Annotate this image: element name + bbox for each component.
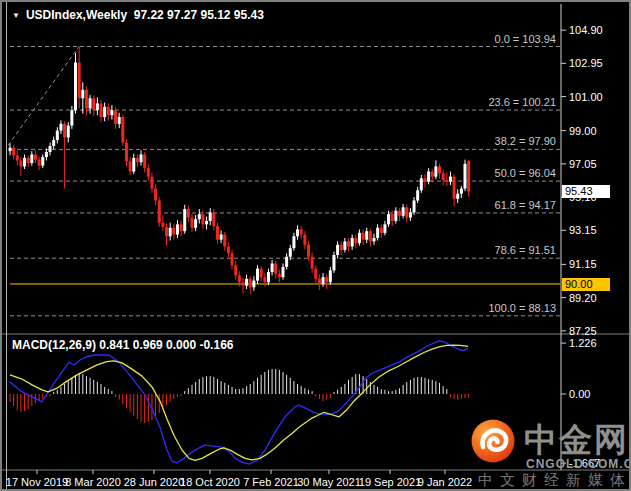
candle-down xyxy=(274,264,277,274)
hline-price-badge[interactable]: 90.00 xyxy=(562,278,610,291)
candle-down xyxy=(369,231,372,241)
fib-level-label: 38.2 = 97.90 xyxy=(400,135,556,147)
candle-up xyxy=(209,212,212,221)
candle-up xyxy=(252,281,255,288)
candle-up xyxy=(41,157,44,166)
candle-down xyxy=(172,228,175,235)
fib-level-label: 61.8 = 94.17 xyxy=(400,199,556,211)
candle-up xyxy=(132,158,135,172)
candle-up xyxy=(245,279,248,286)
candle-down xyxy=(445,180,448,182)
price-axis-label: 87.25 xyxy=(569,325,597,337)
price-axis-label: 93.15 xyxy=(569,224,597,236)
watermark: 中金网 CNGOLD.COM.CN 中文财经新媒体 xyxy=(470,414,631,491)
price-axis-label: 89.20 xyxy=(569,292,597,304)
candle-down xyxy=(125,143,128,162)
candle-down xyxy=(380,228,383,233)
candle-up xyxy=(373,238,376,241)
candle-up xyxy=(336,245,339,255)
candle-up xyxy=(343,241,346,250)
price-axis-label: 102.95 xyxy=(569,57,603,69)
candle-down xyxy=(165,227,168,236)
main-price-pane[interactable] xyxy=(4,47,560,316)
fib-level-label: 100.0 = 88.13 xyxy=(400,302,556,314)
candle-down xyxy=(300,229,303,234)
macd-main-line xyxy=(10,341,468,464)
candle-down xyxy=(263,277,266,282)
chart-window: ▼USDIndex,Weekly 97.22 97.27 95.12 95.43… xyxy=(0,0,631,491)
candle-down xyxy=(92,98,95,110)
candle-down xyxy=(234,265,237,275)
candle-down xyxy=(154,189,157,201)
candle-down xyxy=(260,269,263,278)
candle-up xyxy=(30,155,33,164)
chart-title: ▼USDIndex,Weekly 97.22 97.27 95.12 95.43 xyxy=(12,8,264,22)
macd-axis-label: 1.226 xyxy=(569,337,597,349)
candle-down xyxy=(318,279,321,284)
candle-up xyxy=(49,146,52,152)
candle-down xyxy=(136,158,139,162)
candle-up xyxy=(420,178,423,190)
candle-up xyxy=(271,264,274,273)
fib-level-label: 0.0 = 103.94 xyxy=(400,33,556,45)
candle-down xyxy=(150,177,153,189)
candle-up xyxy=(332,255,335,270)
candle-up xyxy=(56,131,59,140)
watermark-domain: CNGOLD.COM.CN xyxy=(526,457,631,471)
candle-up xyxy=(52,140,55,146)
candle-up xyxy=(96,103,99,110)
candle-up xyxy=(256,269,259,281)
candle-up xyxy=(89,98,92,108)
candle-down xyxy=(354,238,357,243)
candle-down xyxy=(278,274,281,277)
candle-up xyxy=(267,272,270,282)
candle-up xyxy=(296,229,299,236)
candle-up xyxy=(45,152,48,157)
candle-down xyxy=(307,245,310,257)
macd-pane[interactable] xyxy=(10,341,469,464)
candle-up xyxy=(183,209,186,231)
candle-up xyxy=(285,257,288,267)
candle-down xyxy=(16,155,19,160)
candle-up xyxy=(376,228,379,238)
price-axis-label: 91.15 xyxy=(569,258,597,270)
candle-up xyxy=(409,212,412,217)
candle-down xyxy=(314,269,317,279)
candle-down xyxy=(34,155,37,160)
candle-up xyxy=(103,107,106,117)
candle-down xyxy=(27,158,30,163)
candle-down xyxy=(114,110,117,124)
candle-up xyxy=(322,277,325,284)
macd-indicator-label: MACD(12,26,9) 0.841 0.969 0.000 -0.166 xyxy=(12,338,233,352)
candle-down xyxy=(19,160,22,166)
candle-down xyxy=(231,253,234,265)
watermark-tagline: 中文财经新媒体 xyxy=(478,471,631,490)
candle-down xyxy=(212,212,215,226)
candle-down xyxy=(227,246,230,253)
candle-up xyxy=(81,90,84,99)
candle-down xyxy=(107,107,110,116)
macd-axis-label: 0.00 xyxy=(569,388,590,400)
candle-up xyxy=(194,219,197,228)
window-inner-border xyxy=(6,2,7,489)
candle-down xyxy=(398,211,401,216)
candle-down xyxy=(340,245,343,250)
chevron-down-icon[interactable]: ▼ xyxy=(12,11,20,20)
candle-up xyxy=(169,228,172,237)
candle-down xyxy=(201,214,204,224)
candle-up xyxy=(383,224,386,233)
candle-up xyxy=(205,221,208,224)
candle-up xyxy=(329,270,332,282)
candle-up xyxy=(118,117,121,124)
candle-down xyxy=(238,275,241,282)
candle-down xyxy=(38,160,41,166)
fib-level-label: 50.0 = 96.04 xyxy=(400,167,556,179)
candle-up xyxy=(59,124,62,131)
candle-up xyxy=(110,110,113,115)
current-price-badge: 95.43 xyxy=(562,185,610,198)
candle-up xyxy=(140,155,143,163)
candle-up xyxy=(394,211,397,221)
fib-level-label: 78.6 = 91.51 xyxy=(400,244,556,256)
candle-down xyxy=(311,257,314,269)
candle-down xyxy=(12,148,15,156)
